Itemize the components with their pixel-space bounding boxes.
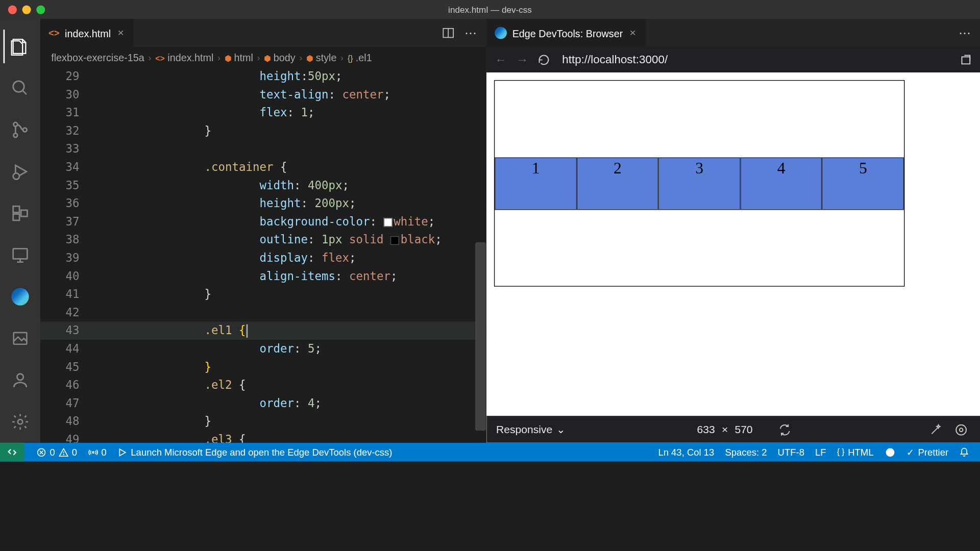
code-line[interactable]: 40 align-items: center; (40, 267, 486, 286)
url-bar[interactable]: http://localhost:3000/ (559, 53, 950, 66)
svg-point-6 (13, 173, 19, 179)
minimize-window-button[interactable] (22, 5, 31, 14)
svg-point-26 (63, 454, 64, 455)
code-line[interactable]: 43 .el1 { (40, 321, 486, 340)
code-line[interactable]: 41 } (40, 285, 486, 304)
svg-point-4 (23, 128, 27, 132)
rotate-viewport-icon[interactable] (775, 423, 794, 436)
breadcrumb-project[interactable]: flexbox-exercise-15a (51, 52, 144, 63)
status-launch-edge[interactable]: Launch Microsoft Edge and open the Edge … (112, 447, 398, 458)
code-line[interactable]: 44 order: 5; (40, 340, 486, 358)
search-icon[interactable] (4, 71, 37, 105)
breadcrumb-style[interactable]: ⬢style (306, 52, 336, 63)
remote-indicator[interactable] (0, 443, 24, 462)
reload-button[interactable] (538, 54, 550, 66)
maximize-window-button[interactable] (36, 5, 45, 14)
inspect-element-icon[interactable] (952, 423, 971, 436)
open-external-icon[interactable] (960, 54, 972, 66)
breadcrumb-file[interactable]: <> index.html (155, 52, 213, 63)
run-debug-icon[interactable] (4, 155, 37, 188)
code-line[interactable]: 48 } (40, 412, 486, 431)
status-prettier[interactable]: ✓ Prettier (901, 447, 954, 458)
edge-tools-icon[interactable] (4, 280, 37, 314)
more-actions-icon[interactable]: ⋯ (464, 26, 477, 40)
activity-bar (0, 19, 40, 443)
editor-group-right: Edge DevTools: Browser × ⋯ ← → http://lo… (487, 19, 980, 443)
status-cursor-position[interactable]: Ln 43, Col 13 (653, 447, 720, 458)
code-editor[interactable]: 29 height:50px;30 text-align: center;31 … (40, 67, 486, 443)
code-line[interactable]: 37 background-color: white; (40, 213, 486, 231)
code-line[interactable]: 38 outline: 1px solid black; (40, 231, 486, 249)
image-preview-icon[interactable] (4, 321, 37, 355)
rendered-box-1: 1 (495, 157, 576, 210)
extensions-icon[interactable] (4, 196, 37, 230)
status-encoding[interactable]: UTF-8 (772, 447, 810, 458)
viewport-width[interactable]: 633 (697, 423, 715, 436)
breadcrumb-html[interactable]: ⬢html (225, 52, 253, 63)
back-button[interactable]: ← (495, 53, 507, 67)
status-problems[interactable]: 0 0 (31, 447, 83, 458)
dimension-separator: × (722, 423, 728, 436)
svg-point-27 (92, 452, 93, 453)
code-line[interactable]: 36 height: 200px; (40, 194, 486, 213)
devtools-tab[interactable]: Edge DevTools: Browser × (487, 19, 646, 47)
status-notifications-icon[interactable] (954, 447, 975, 457)
code-line[interactable]: 30 text-align: center; (40, 85, 486, 104)
svg-rect-18 (962, 57, 970, 64)
source-control-icon[interactable] (4, 113, 37, 147)
forward-button[interactable]: → (517, 53, 529, 67)
svg-point-15 (18, 419, 22, 424)
rendered-box-4: 4 (740, 157, 822, 210)
explorer-icon[interactable] (4, 30, 37, 63)
close-tab-icon[interactable]: × (116, 27, 126, 39)
traffic-lights (0, 5, 45, 14)
svg-line-1 (22, 90, 27, 94)
svg-point-29 (886, 448, 894, 457)
svg-point-14 (17, 374, 23, 380)
rendered-box-5: 5 (822, 157, 904, 210)
status-indentation[interactable]: Spaces: 2 (720, 447, 772, 458)
code-line[interactable]: 49 .el3 { (40, 431, 486, 443)
code-line[interactable]: 39 display: flex; (40, 249, 486, 267)
status-golive[interactable] (879, 446, 901, 458)
breadcrumbs[interactable]: flexbox-exercise-15a › <> index.html › ⬢… (40, 47, 486, 67)
split-editor-icon[interactable] (442, 26, 455, 39)
devtools-tab-bar: Edge DevTools: Browser × ⋯ (487, 19, 980, 47)
devtools-tab-label: Edge DevTools: Browser (512, 27, 623, 38)
device-mode-select[interactable]: Responsive ⌄ (496, 423, 565, 436)
svg-line-19 (932, 427, 938, 433)
svg-marker-28 (120, 449, 126, 456)
chevron-right-icon: › (300, 52, 303, 62)
viewport-height[interactable]: 570 (734, 423, 752, 436)
code-line[interactable]: 46 .el2 { (40, 376, 486, 394)
code-line[interactable]: 35 width: 400px; (40, 176, 486, 194)
scrollbar-thumb[interactable] (475, 242, 486, 431)
close-tab-icon[interactable]: × (628, 27, 638, 39)
breadcrumb-body[interactable]: ⬢body (264, 52, 295, 63)
chevron-right-icon: › (217, 52, 220, 62)
status-ports[interactable]: 0 (83, 447, 112, 458)
code-line[interactable]: 31 flex: 1; (40, 104, 486, 122)
status-eol[interactable]: LF (810, 447, 831, 458)
breadcrumb-el1[interactable]: {}.el1 (348, 52, 372, 63)
more-actions-icon[interactable]: ⋯ (959, 26, 971, 40)
accounts-icon[interactable] (4, 363, 37, 397)
status-language[interactable]: { } HTML (831, 447, 879, 458)
code-line[interactable]: 34 .container { (40, 158, 486, 177)
svg-rect-10 (13, 248, 28, 259)
svg-rect-9 (21, 210, 27, 216)
code-line[interactable]: 42 (40, 304, 486, 322)
screencast-wand-icon[interactable] (926, 423, 945, 436)
code-line[interactable]: 45 } (40, 358, 486, 377)
code-line[interactable]: 32 } (40, 122, 486, 140)
scrollbar[interactable] (475, 67, 486, 443)
code-line[interactable]: 29 height:50px; (40, 67, 486, 86)
editor-tab-index-html[interactable]: <> index.html × (40, 19, 134, 47)
edge-browser-icon (495, 27, 507, 39)
code-line[interactable]: 33 (40, 140, 486, 158)
close-window-button[interactable] (8, 5, 17, 14)
code-line[interactable]: 47 order: 4; (40, 394, 486, 413)
browser-viewport[interactable]: 1 2 3 4 5 (487, 72, 980, 416)
remote-explorer-icon[interactable] (4, 238, 37, 272)
settings-gear-icon[interactable] (4, 405, 37, 439)
